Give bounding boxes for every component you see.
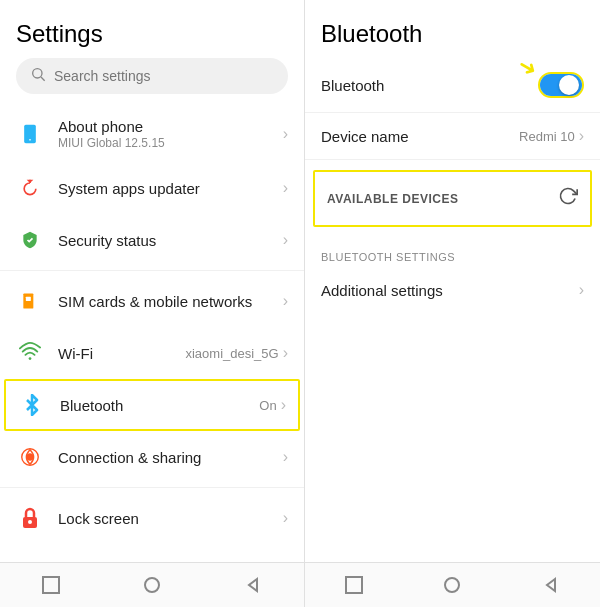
available-devices-header: AVAILABLE DEVICES (315, 172, 590, 225)
wifi-value: xiaomi_desi_5G (185, 346, 278, 361)
bluetooth-toggle-row: Bluetooth ➜ (305, 58, 600, 113)
refresh-icon[interactable] (558, 186, 578, 211)
stop-nav-button[interactable] (342, 573, 366, 597)
security-icon (16, 226, 44, 254)
bluetooth-page-title: Bluetooth (305, 0, 600, 58)
bluetooth-icon (18, 391, 46, 419)
connection-label: Connection & sharing (58, 449, 283, 466)
svg-point-7 (29, 357, 32, 360)
divider (0, 270, 304, 271)
sidebar-item-wifi[interactable]: Wi-Fi xiaomi_desi_5G › (0, 327, 304, 379)
device-name-label: Device name (321, 128, 519, 145)
home-nav-button[interactable] (440, 573, 464, 597)
chevron-right-icon: › (283, 344, 288, 362)
svg-marker-23 (249, 579, 257, 591)
back-nav-button[interactable] (539, 573, 563, 597)
chevron-right-icon: › (283, 231, 288, 249)
svg-rect-6 (26, 297, 31, 301)
bt-settings-section-label: BLUETOOTH SETTINGS (321, 251, 584, 263)
chevron-right-icon: › (283, 561, 288, 562)
svg-rect-24 (346, 577, 362, 593)
svg-rect-21 (43, 577, 59, 593)
home-nav-button[interactable] (140, 573, 164, 597)
settings-list: About phone MIUI Global 12.5.15 › System… (0, 106, 304, 562)
svg-point-11 (28, 520, 32, 524)
search-input[interactable] (54, 68, 274, 84)
chevron-right-icon: › (283, 448, 288, 466)
chevron-right-icon: › (281, 396, 286, 414)
svg-point-22 (145, 578, 159, 592)
sidebar-item-system-apps[interactable]: System apps updater › (0, 162, 304, 214)
search-icon (30, 66, 46, 86)
toggle-thumb (559, 75, 579, 95)
bluetooth-label: Bluetooth (60, 397, 259, 414)
divider (0, 487, 304, 488)
about-phone-label: About phone (58, 118, 283, 135)
security-label: Security status (58, 232, 283, 249)
sidebar-item-bluetooth[interactable]: Bluetooth On › (4, 379, 300, 431)
settings-title: Settings (0, 0, 304, 58)
sidebar-item-security[interactable]: Security status › (0, 214, 304, 266)
svg-point-25 (445, 578, 459, 592)
system-apps-label: System apps updater (58, 180, 283, 197)
svg-marker-26 (547, 579, 555, 591)
chevron-right-icon: › (283, 292, 288, 310)
chevron-right-icon: › (283, 125, 288, 143)
svg-line-1 (41, 77, 45, 81)
lock-icon (16, 504, 44, 532)
svg-point-0 (33, 69, 42, 78)
chevron-right-icon: › (579, 281, 584, 299)
device-name-row[interactable]: Device name Redmi 10 › (305, 113, 600, 160)
right-panel: Bluetooth Bluetooth ➜ Device name Redmi … (305, 0, 600, 607)
back-nav-button[interactable] (241, 573, 265, 597)
device-name-value: Redmi 10 (519, 129, 575, 144)
display-icon (16, 556, 44, 562)
wifi-label: Wi-Fi (58, 345, 185, 362)
bluetooth-value: On (259, 398, 276, 413)
svg-point-3 (29, 139, 31, 141)
sidebar-item-about-phone[interactable]: About phone MIUI Global 12.5.15 › (0, 106, 304, 162)
bluetooth-row-label: Bluetooth (321, 77, 538, 94)
stop-nav-button[interactable] (39, 573, 63, 597)
chevron-right-icon: › (283, 179, 288, 197)
display-label: Display (58, 562, 283, 563)
right-bottom-nav (305, 562, 600, 607)
connection-icon (16, 443, 44, 471)
available-devices-section: AVAILABLE DEVICES (313, 170, 592, 227)
sidebar-item-display[interactable]: Display › (0, 544, 304, 562)
sidebar-item-lock[interactable]: Lock screen › (0, 492, 304, 544)
left-bottom-nav (0, 562, 304, 607)
wifi-icon (16, 339, 44, 367)
additional-settings-label: Additional settings (321, 282, 579, 299)
arrow-container: ➜ (538, 72, 584, 98)
search-bar[interactable] (16, 58, 288, 94)
toggle-track (540, 74, 582, 96)
chevron-right-icon: › (283, 509, 288, 527)
bluetooth-toggle[interactable] (538, 72, 584, 98)
sidebar-item-sim[interactable]: SIM cards & mobile networks › (0, 275, 304, 327)
left-panel: Settings About phone MIUI Global 12.5.15… (0, 0, 305, 607)
additional-settings-row[interactable]: Additional settings › (321, 271, 584, 309)
available-devices-label: AVAILABLE DEVICES (327, 192, 558, 206)
bt-settings-section: BLUETOOTH SETTINGS Additional settings › (305, 237, 600, 313)
chevron-right-icon: › (579, 127, 584, 145)
update-icon (16, 174, 44, 202)
phone-icon (16, 120, 44, 148)
sim-icon (16, 287, 44, 315)
sim-label: SIM cards & mobile networks (58, 293, 283, 310)
lock-label: Lock screen (58, 510, 283, 527)
svg-marker-4 (27, 180, 34, 183)
about-phone-sublabel: MIUI Global 12.5.15 (58, 136, 283, 150)
sidebar-item-connection[interactable]: Connection & sharing › (0, 431, 304, 483)
